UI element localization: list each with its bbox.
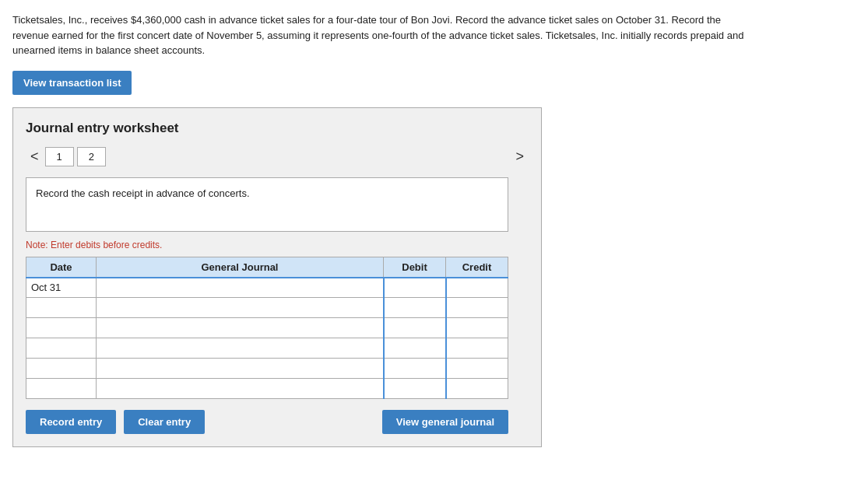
description-text: Ticketsales, Inc., receives $4,360,000 c… <box>12 12 752 58</box>
row-5-date <box>26 359 97 379</box>
table-row <box>26 298 508 318</box>
row-4-debit-input[interactable] <box>385 338 445 358</box>
row-6-debit[interactable] <box>384 379 446 399</box>
row-1-debit[interactable] <box>384 278 446 298</box>
table-row: Oct 31 <box>26 278 508 298</box>
row-3-debit[interactable] <box>384 318 446 338</box>
row-2-journal[interactable] <box>97 298 384 318</box>
row-6-journal[interactable] <box>97 379 384 399</box>
row-4-credit-input[interactable] <box>447 338 508 358</box>
row-5-credit-input[interactable] <box>447 359 508 378</box>
col-header-journal: General Journal <box>97 257 384 278</box>
nav-row: < 1 2 > <box>26 147 529 166</box>
row-6-date <box>26 379 97 399</box>
record-entry-button[interactable]: Record entry <box>26 410 116 434</box>
row-4-debit[interactable] <box>384 338 446 359</box>
instruction-box: Record the cash receipt in advance of co… <box>26 177 508 232</box>
col-header-date: Date <box>26 257 97 278</box>
row-6-credit[interactable] <box>446 379 508 399</box>
row-2-debit[interactable] <box>384 298 446 318</box>
instruction-text: Record the cash receipt in advance of co… <box>36 187 250 199</box>
row-4-date <box>26 338 97 359</box>
row-6-credit-input[interactable] <box>447 379 508 398</box>
col-header-credit: Credit <box>446 257 508 278</box>
row-3-credit-input[interactable] <box>447 318 508 338</box>
row-2-debit-input[interactable] <box>385 298 445 317</box>
bottom-buttons: Record entry Clear entry View general jo… <box>26 410 508 434</box>
row-3-credit[interactable] <box>446 318 508 338</box>
table-row <box>26 379 508 399</box>
view-general-journal-button[interactable]: View general journal <box>382 410 508 434</box>
table-row <box>26 338 508 359</box>
row-1-credit[interactable] <box>446 278 508 298</box>
col-header-debit: Debit <box>384 257 446 278</box>
table-row <box>26 359 508 379</box>
view-transaction-button[interactable]: View transaction list <box>12 71 132 95</box>
row-2-date <box>26 298 97 318</box>
row-4-journal[interactable] <box>97 338 384 359</box>
table-row <box>26 318 508 338</box>
row-3-date <box>26 318 97 338</box>
row-1-journal[interactable] <box>97 278 384 298</box>
clear-entry-button[interactable]: Clear entry <box>124 410 205 434</box>
row-6-journal-input[interactable] <box>97 379 383 398</box>
row-5-credit[interactable] <box>446 359 508 379</box>
row-3-journal[interactable] <box>97 318 384 338</box>
next-button[interactable]: > <box>511 147 529 166</box>
worksheet-container: Journal entry worksheet < 1 2 > Record t… <box>12 107 542 448</box>
prev-button[interactable]: < <box>26 147 44 166</box>
row-1-credit-input[interactable] <box>447 278 508 298</box>
row-6-debit-input[interactable] <box>385 379 445 398</box>
row-2-credit[interactable] <box>446 298 508 318</box>
row-5-journal-input[interactable] <box>97 359 383 378</box>
row-1-debit-input[interactable] <box>385 278 445 298</box>
row-3-debit-input[interactable] <box>385 318 445 338</box>
tab-2[interactable]: 2 <box>77 147 106 166</box>
row-5-debit[interactable] <box>384 359 446 379</box>
row-3-journal-input[interactable] <box>97 318 383 338</box>
tab-1[interactable]: 1 <box>45 147 74 166</box>
row-2-credit-input[interactable] <box>447 298 508 317</box>
row-1-journal-input[interactable] <box>97 278 383 298</box>
note-text: Note: Enter debits before credits. <box>26 240 529 250</box>
row-2-journal-input[interactable] <box>97 298 383 317</box>
row-5-journal[interactable] <box>97 359 384 379</box>
worksheet-title: Journal entry worksheet <box>26 121 529 136</box>
row-4-journal-input[interactable] <box>97 338 383 358</box>
row-5-debit-input[interactable] <box>385 359 445 378</box>
row-1-date: Oct 31 <box>26 278 97 298</box>
row-4-credit[interactable] <box>446 338 508 359</box>
journal-table: Date General Journal Debit Credit Oct 31 <box>26 257 508 400</box>
